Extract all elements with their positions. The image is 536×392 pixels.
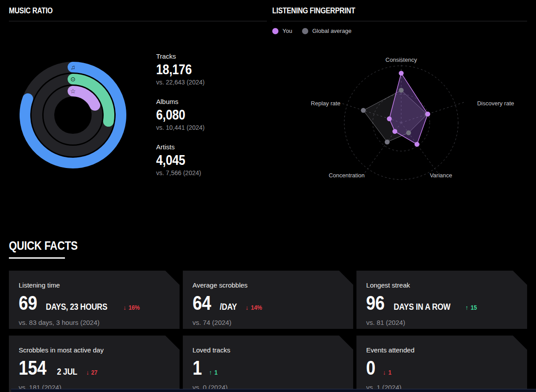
- record-icon: ⊙: [70, 76, 76, 83]
- ring-artists: [73, 91, 95, 105]
- listening-fingerprint-radar-chart: ConsistencyDiscovery rateVarianceConcent…: [299, 53, 530, 183]
- card-value-row: 64 /DAY ↓ 14%: [193, 293, 344, 313]
- card-value-row: 96 DAYS IN A ROW ↑ 15: [366, 293, 517, 313]
- stat-value: 6,080: [156, 108, 185, 123]
- radar-point: [399, 71, 404, 76]
- radar-point: [399, 88, 404, 93]
- card-value: 1: [193, 358, 202, 378]
- delta-value: 1: [388, 368, 391, 376]
- stat-comparison: vs. 7,566 (2024): [156, 169, 205, 176]
- stat-value: 4,045: [156, 153, 185, 168]
- card-label: Loved tracks: [193, 346, 344, 354]
- delta-value: 14%: [251, 304, 262, 311]
- delta-arrow-icon: ↑: [209, 369, 212, 376]
- radar-axis-label: Discovery rate: [477, 100, 514, 107]
- card-value-row: 0 ↓ 1: [366, 358, 517, 378]
- quick-fact-card: Events attended 0 ↓ 1 vs. 1 (2024): [356, 336, 527, 392]
- card-label: Events attended: [366, 346, 517, 354]
- quick-fact-card: Listening time 69 DAYS, 23 HOURS ↓ 16% v…: [9, 271, 180, 329]
- delta-value: 15: [471, 304, 477, 311]
- card-value: 69: [19, 293, 37, 313]
- radar-axis-label: Consistency: [386, 56, 417, 63]
- card-delta: ↓ 16%: [123, 304, 141, 311]
- radar-point: [406, 130, 411, 135]
- next-section-strip: [11, 389, 536, 392]
- radar-legend: You Global average: [272, 28, 527, 34]
- card-value-row: 69 DAYS, 23 HOURS ↓ 16%: [19, 293, 170, 313]
- music-ratio-title: MUSIC RATIO: [9, 6, 52, 16]
- radar-point: [385, 140, 390, 144]
- delta-value: 16%: [129, 304, 140, 311]
- radar-point: [361, 108, 366, 113]
- divider: [272, 21, 527, 21]
- quick-facts-underline: [9, 257, 65, 259]
- card-delta: ↑ 1: [209, 368, 218, 376]
- radar-axis-label: Concentration: [329, 172, 365, 179]
- legend-label: You: [282, 28, 292, 34]
- card-comparison: vs. 74 (2024): [193, 319, 344, 326]
- card-delta: ↓ 14%: [246, 304, 264, 311]
- card-value: 64: [193, 293, 211, 313]
- radar-point: [415, 142, 419, 147]
- card-label: Longest streak: [366, 281, 517, 289]
- stat-comparison: vs. 10,441 (2024): [156, 124, 205, 131]
- card-value-row: 1 ↑ 1: [193, 358, 344, 378]
- card-delta: ↓ 1: [383, 368, 392, 376]
- listening-fingerprint-title: LISTENING FINGERPRINT: [272, 6, 355, 16]
- delta-value: 27: [91, 368, 97, 376]
- delta-arrow-icon: ↑: [465, 304, 468, 311]
- star-icon: ☆: [70, 88, 76, 95]
- delta-arrow-icon: ↓: [383, 369, 386, 376]
- card-label: Average scrobbles: [193, 281, 344, 289]
- delta-value: 1: [214, 368, 218, 376]
- card-delta: ↑ 15: [465, 304, 478, 311]
- quick-fact-card: Loved tracks 1 ↑ 1 vs. 0 (2024): [183, 336, 354, 392]
- card-value-row: 154 2 JUL ↓ 27: [19, 358, 170, 378]
- music-ratio-ring-chart: ♫⊙☆: [19, 61, 127, 169]
- music-ratio-stats: Tracks 18,176 vs. 22,643 (2024) Albums 6…: [156, 52, 205, 188]
- music-ratio-panel: MUSIC RATIO: [9, 6, 267, 21]
- card-value: 0: [366, 358, 375, 378]
- legend-item-you: You: [272, 28, 292, 34]
- delta-arrow-icon: ↓: [246, 304, 249, 311]
- global-average-dot-icon: [302, 28, 308, 34]
- stat-comparison: vs. 22,643 (2024): [156, 79, 205, 86]
- stat-label: Albums: [156, 98, 205, 105]
- radar-point: [387, 116, 392, 121]
- radar-point: [392, 129, 397, 134]
- listening-fingerprint-panel: LISTENING FINGERPRINT You Global average: [272, 6, 527, 34]
- stat-value: 18,176: [156, 62, 192, 77]
- divider: [9, 21, 267, 21]
- you-dot-icon: [272, 28, 278, 34]
- card-unit: /DAY: [220, 302, 237, 312]
- card-comparison: vs. 81 (2024): [366, 319, 517, 326]
- radar-axis-label: Variance: [430, 172, 452, 179]
- card-unit: DAYS, 23 HOURS: [46, 302, 107, 312]
- radar-point: [425, 112, 430, 116]
- quick-fact-card: Average scrobbles 64 /DAY ↓ 14% vs. 74 (…: [183, 271, 354, 329]
- card-comparison: vs. 83 days, 3 hours (2024): [19, 319, 170, 326]
- legend-label: Global average: [312, 28, 351, 34]
- delta-arrow-icon: ↓: [123, 304, 126, 311]
- card-value: 154: [19, 358, 46, 378]
- card-label: Scrobbles in most active day: [19, 346, 170, 354]
- card-unit: DAYS IN A ROW: [394, 302, 451, 312]
- quick-facts-section: QUICK FACTS Listening time 69 DAYS, 23 H…: [9, 239, 527, 392]
- quick-facts-title: QUICK FACTS: [9, 239, 78, 253]
- card-unit: 2 JUL: [57, 367, 77, 377]
- stat-label: Tracks: [156, 52, 205, 60]
- card-value: 96: [366, 293, 385, 313]
- music-note-icon: ♫: [71, 64, 76, 71]
- radar-axis-label: Replay rate: [311, 100, 340, 107]
- legend-item-global-average: Global average: [302, 28, 351, 34]
- quick-facts-cards: Listening time 69 DAYS, 23 HOURS ↓ 16% v…: [9, 271, 527, 392]
- stat-block: Albums 6,080 vs. 10,441 (2024): [156, 98, 205, 131]
- quick-fact-card: Longest streak 96 DAYS IN A ROW ↑ 15 vs.…: [356, 271, 527, 329]
- stat-label: Artists: [156, 143, 205, 151]
- delta-arrow-icon: ↓: [86, 369, 89, 376]
- quick-fact-card: Scrobbles in most active day 154 2 JUL ↓…: [9, 336, 180, 392]
- card-label: Listening time: [19, 281, 170, 289]
- stat-block: Artists 4,045 vs. 7,566 (2024): [156, 143, 205, 176]
- card-delta: ↓ 27: [86, 368, 98, 376]
- stat-block: Tracks 18,176 vs. 22,643 (2024): [156, 52, 205, 86]
